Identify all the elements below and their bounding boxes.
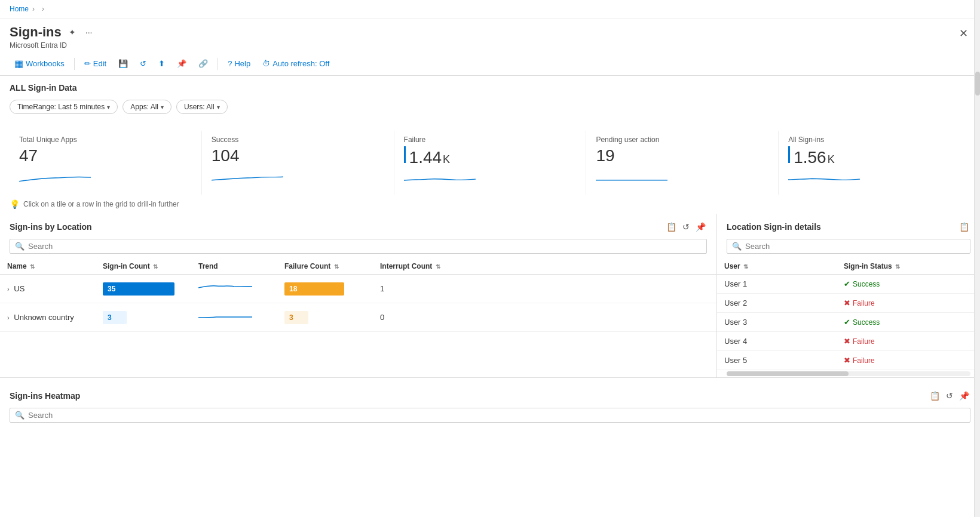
help-label: Help: [234, 59, 250, 68]
close-button[interactable]: ✕: [957, 24, 970, 42]
col-count[interactable]: Sign-in Count ⇅: [96, 258, 191, 275]
status-badge: ✖ Failure: [844, 356, 973, 365]
col-name[interactable]: Name ⇅: [0, 258, 96, 275]
pin-page-button[interactable]: ✦: [66, 26, 78, 38]
location-panel-pin-button[interactable]: 📌: [694, 221, 707, 233]
metric-success[interactable]: Success 104: [202, 131, 394, 195]
location-row-count: 35: [96, 275, 191, 303]
section-header: ALL Sign-in Data: [0, 76, 980, 97]
detail-row-user: User 4: [717, 332, 837, 351]
share-button[interactable]: 🔗: [194, 57, 213, 70]
detail-table: User ⇅ Sign-in Status ⇅ User 1✔ SuccessU…: [717, 258, 980, 370]
heatmap-undo-button[interactable]: ↺: [945, 390, 954, 402]
x-icon: ✖: [844, 298, 850, 307]
users-filter[interactable]: Users: All ▾: [176, 100, 228, 114]
more-options-button[interactable]: ···: [83, 26, 95, 38]
count-bar: 3: [103, 311, 127, 324]
metric-pending-label: Pending user action: [596, 136, 768, 144]
location-table: Name ⇅ Sign-in Count ⇅ Trend Failure Cou…: [0, 258, 716, 332]
timerange-filter[interactable]: TimeRange: Last 5 minutes ▾: [10, 100, 118, 114]
metric-success-value: 104: [212, 146, 240, 165]
location-row-failure: 18: [277, 275, 373, 303]
location-table-row[interactable]: › US35181: [0, 275, 716, 303]
detail-panel-copy-button[interactable]: 📋: [958, 221, 970, 233]
detail-table-row[interactable]: User 2✖ Failure: [717, 294, 980, 313]
upload-button[interactable]: ⬆: [154, 57, 170, 70]
hint-text: Click on a tile or a row in the grid to …: [23, 200, 179, 208]
count-bar: 35: [103, 282, 174, 296]
heatmap-search-bar: 🔍: [10, 408, 970, 423]
location-row-failure: 3: [277, 303, 373, 332]
metric-success-label: Success: [212, 136, 384, 144]
metric-success-sparkline: [212, 170, 283, 187]
upload-icon: ⬆: [158, 59, 165, 68]
detail-table-row[interactable]: User 3✔ Success: [717, 313, 980, 332]
col-interrupt[interactable]: Interrupt Count ⇅: [373, 258, 716, 275]
edit-label: Edit: [93, 59, 106, 68]
save-button[interactable]: 💾: [114, 57, 133, 70]
detail-row-status: ✔ Success: [837, 275, 980, 294]
detail-row-user: User 3: [717, 313, 837, 332]
users-filter-arrow: ▾: [217, 104, 220, 110]
workbooks-icon: ▦: [14, 58, 23, 69]
location-search-icon: 🔍: [15, 242, 24, 251]
metric-failure-value: 1.44: [409, 148, 442, 167]
metric-failure[interactable]: Failure 1.44 K: [394, 131, 587, 195]
breadcrumb-home[interactable]: Home: [10, 5, 29, 13]
detail-row-user: User 1: [717, 275, 837, 294]
heatmap-copy-button[interactable]: 📋: [929, 390, 941, 402]
location-row-interrupt: 1: [373, 275, 716, 303]
heatmap-search-input[interactable]: [28, 411, 965, 420]
metric-all-signins[interactable]: All Sign-ins 1.56 K: [779, 131, 970, 195]
x-icon: ✖: [844, 337, 850, 346]
auto-refresh-icon: ⏱: [262, 59, 270, 68]
location-panel-undo-button[interactable]: ↺: [681, 221, 691, 233]
metric-all-signins-sparkline: [788, 172, 860, 189]
edit-button[interactable]: ✏ Edit: [79, 57, 111, 70]
status-badge: ✔ Success: [844, 279, 973, 288]
metric-all-signins-bar-indicator: [788, 146, 790, 163]
help-icon: ?: [228, 59, 232, 68]
timerange-filter-arrow: ▾: [107, 104, 110, 110]
workbooks-label: Workbooks: [26, 59, 65, 68]
status-badge: ✖ Failure: [844, 298, 973, 307]
check-icon: ✔: [844, 318, 850, 327]
detail-col-status[interactable]: Sign-in Status ⇅: [837, 258, 980, 275]
breadcrumb-sep-1: ›: [32, 5, 35, 13]
detail-row-user: User 5: [717, 351, 837, 370]
location-row-count: 3: [96, 303, 191, 332]
heatmap-pin-button[interactable]: 📌: [958, 390, 970, 402]
detail-table-row[interactable]: User 5✖ Failure: [717, 351, 980, 370]
breadcrumb-sep-2: ›: [42, 5, 44, 13]
heatmap-search-icon: 🔍: [15, 411, 24, 420]
users-filter-label: Users: All: [184, 103, 215, 111]
apps-filter[interactable]: Apps: All ▾: [122, 100, 172, 114]
location-search-input[interactable]: [28, 242, 702, 251]
auto-refresh-button[interactable]: ⏱ Auto refresh: Off: [258, 57, 334, 70]
status-badge: ✖ Failure: [844, 337, 973, 346]
page-title: Sign-ins: [10, 24, 62, 40]
detail-row-user: User 2: [717, 294, 837, 313]
col-failure[interactable]: Failure Count ⇅: [277, 258, 373, 275]
metric-total-apps-value: 47: [19, 146, 38, 165]
help-button[interactable]: ? Help: [223, 57, 255, 70]
detail-row-status: ✖ Failure: [837, 351, 980, 370]
refresh-button[interactable]: ↺: [135, 57, 151, 70]
refresh-icon: ↺: [140, 59, 146, 68]
detail-search-bar: 🔍: [727, 239, 970, 254]
detail-search-input[interactable]: [745, 242, 965, 251]
metric-total-apps[interactable]: Total Unique Apps 47: [10, 131, 202, 195]
detail-table-row[interactable]: User 4✖ Failure: [717, 332, 980, 351]
location-table-row[interactable]: › Unknown country330: [0, 303, 716, 332]
detail-search-icon: 🔍: [732, 242, 742, 251]
col-trend[interactable]: Trend: [191, 258, 277, 275]
trend-sparkline: [198, 279, 270, 296]
workbooks-button[interactable]: ▦ Workbooks: [10, 56, 69, 72]
failure-bar: 18: [284, 282, 344, 296]
location-panel-title: Sign-ins by Location: [10, 222, 92, 232]
pin-button[interactable]: 📌: [172, 57, 191, 70]
location-panel-copy-button[interactable]: 📋: [665, 221, 678, 233]
detail-col-user[interactable]: User ⇅: [717, 258, 837, 275]
metric-pending[interactable]: Pending user action 19: [586, 131, 779, 195]
detail-table-row[interactable]: User 1✔ Success: [717, 275, 980, 294]
